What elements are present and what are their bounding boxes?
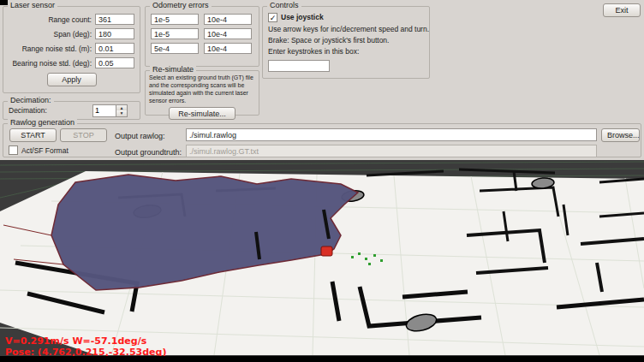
rawlog-generation-group-title: Rawlog generation [8, 118, 77, 127]
range-count-row: Range count: [3, 12, 140, 27]
odometry-input-2a[interactable] [151, 28, 199, 39]
actsf-format-row: Act/SF Format [9, 145, 69, 155]
range-noise-row: Range noise std. (m): [3, 41, 140, 56]
output-rawlog-label: Output rawlog: [115, 132, 165, 140]
bottom-edge-strip [0, 356, 644, 362]
odometry-input-3a[interactable] [151, 43, 199, 54]
arrow-keys-hint: Use arrow keys for inc/decrement speed a… [268, 25, 424, 36]
odometry-input-2b[interactable] [204, 28, 252, 39]
stop-button[interactable]: STOP [60, 128, 107, 142]
range-count-label: Range count: [3, 15, 95, 24]
controls-group: Controls ✓ Use joystick Use arrow keys f… [262, 6, 430, 79]
resimulate-button[interactable]: Re-simulate... [169, 107, 236, 120]
screen-corner-artifact [0, 0, 8, 5]
decimation-row: Decimation: ▲ ▼ [3, 102, 140, 119]
odometry-row-2 [151, 28, 259, 39]
odometry-input-3b[interactable] [204, 43, 252, 54]
actsf-format-checkbox[interactable] [9, 145, 18, 155]
bearing-noise-label: Bearing noise std. (deg): [3, 59, 95, 68]
hud-velocity-text: V=0.291m/s W=-57.1deg/s [5, 335, 147, 347]
odometry-errors-group: Odometry errors [145, 6, 259, 67]
keystrokes-input[interactable] [268, 60, 330, 72]
resimulate-description: Select an existing ground truth (GT) fil… [149, 74, 255, 104]
use-joystick-checkbox[interactable]: ✓ [268, 13, 277, 22]
keystrokes-hint: Enter keystrokes in this box: [268, 47, 424, 58]
odometry-input-1a[interactable] [151, 14, 199, 25]
browse-button[interactable]: Browse... [601, 128, 640, 142]
laser-sensor-group-title: Laser sensor [8, 1, 57, 9]
apply-button[interactable]: Apply [47, 73, 97, 86]
decimation-group-title: Decimation: [8, 96, 54, 104]
decimation-spin-buttons: ▲ ▼ [116, 104, 128, 117]
span-input[interactable] [95, 28, 134, 39]
decimation-stepper[interactable]: ▲ ▼ [92, 104, 128, 117]
range-count-input[interactable] [95, 14, 134, 25]
resimulate-group: Re-simulate Select an existing ground tr… [145, 70, 259, 116]
use-joystick-row: ✓ Use joystick [268, 11, 424, 23]
range-noise-label: Range noise std. (m): [3, 45, 95, 53]
decimation-input[interactable] [92, 104, 116, 117]
span-label: Span (deg): [3, 30, 95, 39]
decimation-label: Decimation: [9, 106, 92, 115]
range-noise-input[interactable] [95, 43, 134, 54]
simulation-viewport[interactable]: V=0.291m/s W=-57.1deg/s Pose: (4.762,0.2… [0, 160, 644, 362]
odometry-row-1 [151, 14, 259, 25]
spin-down-icon[interactable]: ▼ [116, 110, 127, 116]
output-groundtruth-input [186, 145, 597, 157]
output-groundtruth-label: Output groundtruth: [115, 148, 182, 157]
resimulate-group-title: Re-simulate [150, 65, 196, 74]
odometry-errors-group-title: Odometry errors [150, 1, 212, 9]
use-joystick-label: Use joystick [281, 13, 324, 21]
robot-marker [321, 246, 332, 256]
span-row: Span (deg): [3, 27, 140, 41]
bearing-noise-input[interactable] [95, 57, 134, 68]
output-rawlog-input[interactable] [186, 128, 597, 141]
bearing-noise-row: Bearing noise std. (deg): [3, 56, 140, 70]
exit-button[interactable]: Exit [603, 3, 641, 17]
odometry-input-1b[interactable] [204, 14, 252, 25]
rawlog-generation-group: Rawlog generation START STOP Output rawl… [3, 123, 641, 157]
decimation-group: Decimation: Decimation: ▲ ▼ [3, 101, 140, 120]
start-button[interactable]: START [9, 128, 57, 142]
odometry-row-3 [151, 43, 259, 54]
controls-group-title: Controls [267, 1, 301, 9]
actsf-format-label: Act/SF Format [21, 146, 69, 155]
laser-sensor-group: Laser sensor Range count: Span (deg): Ra… [3, 6, 140, 93]
brake-hint: Brake: Space or joystick's first button. [268, 36, 424, 47]
